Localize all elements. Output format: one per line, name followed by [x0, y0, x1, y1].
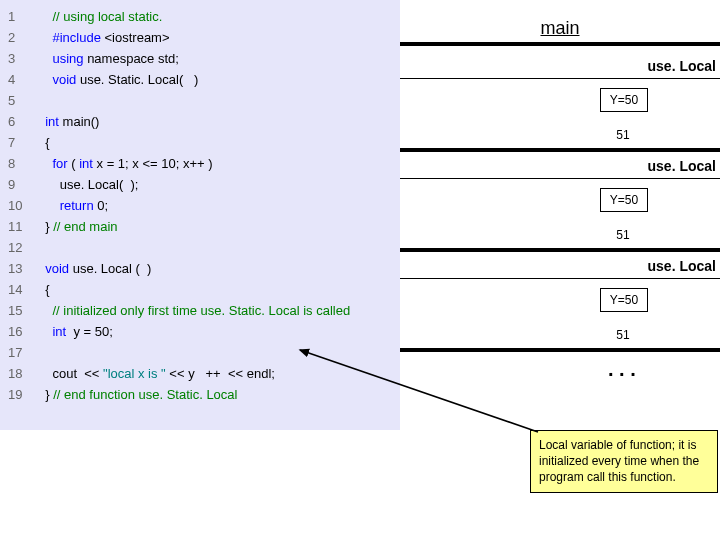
uselocal-label: use. Local [648, 158, 716, 174]
code-line: 13 void use. Local ( ) [0, 258, 400, 279]
divider [400, 348, 720, 352]
code-text: // using local static. [38, 9, 162, 24]
code-text: void use. Static. Local( ) [38, 72, 198, 87]
y-box: Y=50 [600, 88, 648, 112]
line-number: 11 [0, 219, 38, 234]
line-number: 7 [0, 135, 38, 150]
line-number: 16 [0, 324, 38, 339]
code-line: 2 #include <iostream> [0, 27, 400, 48]
code-line: 16 int y = 50; [0, 321, 400, 342]
line-number: 14 [0, 282, 38, 297]
code-text: } // end function use. Static. Local [38, 387, 237, 402]
uselocal-label: use. Local [648, 258, 716, 274]
code-line: 3 using namespace std; [0, 48, 400, 69]
line-number: 1 [0, 9, 38, 24]
line-number: 17 [0, 345, 38, 360]
code-text: { [38, 135, 50, 150]
y-box: Y=50 [600, 188, 648, 212]
code-text: return 0; [38, 198, 108, 213]
code-panel: 1 // using local static.2 #include <iost… [0, 0, 400, 430]
code-line: 18 cout << "local x is " << y ++ << endl… [0, 363, 400, 384]
callout-box: Local variable of function; it is initia… [530, 430, 718, 493]
ellipsis: . . . [608, 358, 636, 381]
code-line: 10 return 0; [0, 195, 400, 216]
line-number: 4 [0, 72, 38, 87]
code-text: use. Local( ); [38, 177, 138, 192]
y-after: 51 [600, 128, 646, 142]
code-line: 19 } // end function use. Static. Local [0, 384, 400, 405]
code-text: cout << "local x is " << y ++ << endl; [38, 366, 275, 381]
divider [400, 42, 720, 46]
divider [400, 248, 720, 252]
uselocal-label: use. Local [648, 58, 716, 74]
code-text: { [38, 282, 50, 297]
code-line: 7 { [0, 132, 400, 153]
code-line: 1 // using local static. [0, 6, 400, 27]
code-line: 9 use. Local( ); [0, 174, 400, 195]
y-after: 51 [600, 328, 646, 342]
diagram-panel: main use. Local Y=50 51 use. Local Y=50 … [400, 0, 720, 540]
line-number: 13 [0, 261, 38, 276]
divider-thin [400, 78, 720, 79]
divider [400, 148, 720, 152]
code-text [38, 240, 42, 255]
line-number: 9 [0, 177, 38, 192]
code-text: using namespace std; [38, 51, 179, 66]
y-after: 51 [600, 228, 646, 242]
line-number: 19 [0, 387, 38, 402]
line-number: 10 [0, 198, 38, 213]
y-box: Y=50 [600, 288, 648, 312]
code-line: 14 { [0, 279, 400, 300]
code-text: // initialized only first time use. Stat… [38, 303, 350, 318]
main-title: main [400, 18, 720, 39]
code-text: void use. Local ( ) [38, 261, 151, 276]
divider-thin [400, 278, 720, 279]
code-line: 8 for ( int x = 1; x <= 10; x++ ) [0, 153, 400, 174]
code-line: 5 [0, 90, 400, 111]
code-text: } // end main [38, 219, 118, 234]
code-line: 4 void use. Static. Local( ) [0, 69, 400, 90]
line-number: 6 [0, 114, 38, 129]
code-text: int y = 50; [38, 324, 113, 339]
divider-thin [400, 178, 720, 179]
line-number: 8 [0, 156, 38, 171]
line-number: 5 [0, 93, 38, 108]
code-text [38, 93, 42, 108]
code-text [38, 345, 42, 360]
code-text: for ( int x = 1; x <= 10; x++ ) [38, 156, 213, 171]
code-line: 11 } // end main [0, 216, 400, 237]
line-number: 12 [0, 240, 38, 255]
code-text: #include <iostream> [38, 30, 170, 45]
line-number: 18 [0, 366, 38, 381]
code-line: 6 int main() [0, 111, 400, 132]
line-number: 2 [0, 30, 38, 45]
code-text: int main() [38, 114, 99, 129]
line-number: 3 [0, 51, 38, 66]
code-line: 12 [0, 237, 400, 258]
code-line: 17 [0, 342, 400, 363]
line-number: 15 [0, 303, 38, 318]
code-line: 15 // initialized only first time use. S… [0, 300, 400, 321]
